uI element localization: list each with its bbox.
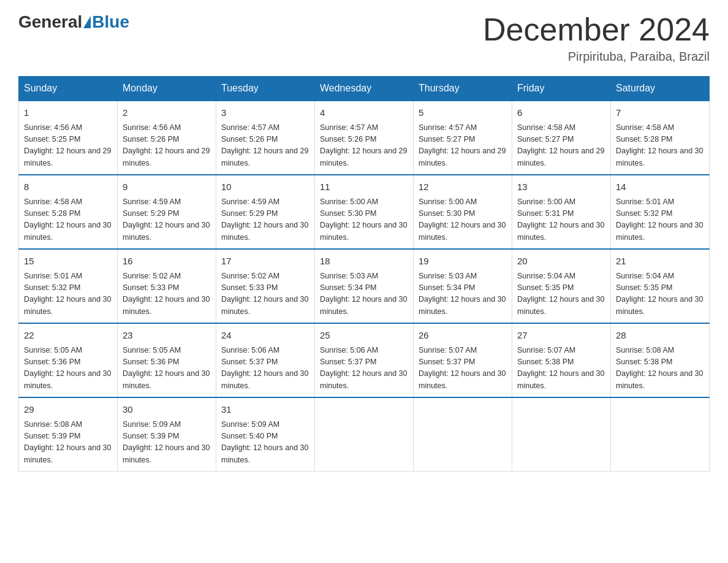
day-info: Sunrise: 5:03 AMSunset: 5:34 PMDaylight:… [320,270,408,318]
calendar-cell: 8 Sunrise: 4:58 AMSunset: 5:28 PMDayligh… [19,175,118,249]
calendar-cell: 12 Sunrise: 5:00 AMSunset: 5:30 PMDaylig… [414,175,512,249]
day-info: Sunrise: 4:58 AMSunset: 5:27 PMDaylight:… [517,122,605,170]
weekday-header-monday: Monday [118,77,216,101]
day-number: 28 [616,329,704,343]
day-number: 23 [123,329,211,343]
day-number: 26 [419,329,507,343]
day-number: 3 [221,106,309,120]
calendar-cell: 17 Sunrise: 5:02 AMSunset: 5:33 PMDaylig… [216,249,315,323]
day-info: Sunrise: 5:06 AMSunset: 5:37 PMDaylight:… [320,345,408,393]
day-number: 15 [24,255,112,269]
day-info: Sunrise: 5:03 AMSunset: 5:34 PMDaylight:… [419,270,507,318]
calendar-table: SundayMondayTuesdayWednesdayThursdayFrid… [18,76,710,472]
page-header: General Blue December 2024 Pirpirituba, … [18,12,710,64]
calendar-cell: 3 Sunrise: 4:57 AMSunset: 5:26 PMDayligh… [216,101,315,175]
day-info: Sunrise: 5:05 AMSunset: 5:36 PMDaylight:… [24,345,112,393]
day-number: 20 [517,255,605,269]
day-info: Sunrise: 5:08 AMSunset: 5:39 PMDaylight:… [24,419,112,467]
weekday-header-tuesday: Tuesday [216,77,315,101]
calendar-cell: 5 Sunrise: 4:57 AMSunset: 5:27 PMDayligh… [414,101,512,175]
calendar-week-4: 22 Sunrise: 5:05 AMSunset: 5:36 PMDaylig… [19,323,710,397]
logo: General Blue [18,12,129,32]
calendar-cell: 27 Sunrise: 5:07 AMSunset: 5:38 PMDaylig… [512,323,611,397]
calendar-cell: 29 Sunrise: 5:08 AMSunset: 5:39 PMDaylig… [19,397,118,472]
calendar-week-5: 29 Sunrise: 5:08 AMSunset: 5:39 PMDaylig… [19,397,710,472]
calendar-cell: 23 Sunrise: 5:05 AMSunset: 5:36 PMDaylig… [118,323,216,397]
day-number: 19 [419,255,507,269]
day-info: Sunrise: 5:00 AMSunset: 5:30 PMDaylight:… [320,196,408,244]
title-section: December 2024 Pirpirituba, Paraiba, Braz… [483,12,710,64]
day-number: 1 [24,106,112,120]
day-number: 4 [320,106,408,120]
calendar-cell: 2 Sunrise: 4:56 AMSunset: 5:26 PMDayligh… [118,101,216,175]
day-info: Sunrise: 5:05 AMSunset: 5:36 PMDaylight:… [123,345,211,393]
day-number: 2 [123,106,211,120]
calendar-cell: 31 Sunrise: 5:09 AMSunset: 5:40 PMDaylig… [216,397,315,472]
calendar-week-2: 8 Sunrise: 4:58 AMSunset: 5:28 PMDayligh… [19,175,710,249]
calendar-cell: 30 Sunrise: 5:09 AMSunset: 5:39 PMDaylig… [118,397,216,472]
day-info: Sunrise: 5:09 AMSunset: 5:39 PMDaylight:… [123,419,211,467]
calendar-cell [512,397,611,472]
day-info: Sunrise: 5:07 AMSunset: 5:38 PMDaylight:… [517,345,605,393]
day-number: 21 [616,255,704,269]
day-info: Sunrise: 4:57 AMSunset: 5:27 PMDaylight:… [419,122,507,170]
day-info: Sunrise: 4:58 AMSunset: 5:28 PMDaylight:… [616,122,704,170]
day-info: Sunrise: 5:02 AMSunset: 5:33 PMDaylight:… [123,270,211,318]
logo-blue-text: Blue [92,12,129,32]
logo-triangle-icon [83,16,91,28]
day-number: 17 [221,255,309,269]
day-number: 18 [320,255,408,269]
weekday-header-thursday: Thursday [414,77,512,101]
day-info: Sunrise: 4:56 AMSunset: 5:25 PMDaylight:… [24,122,112,170]
day-info: Sunrise: 4:57 AMSunset: 5:26 PMDaylight:… [221,122,309,170]
calendar-cell: 24 Sunrise: 5:06 AMSunset: 5:37 PMDaylig… [216,323,315,397]
day-number: 31 [221,403,309,417]
day-info: Sunrise: 4:58 AMSunset: 5:28 PMDaylight:… [24,196,112,244]
day-number: 7 [616,106,704,120]
calendar-cell: 6 Sunrise: 4:58 AMSunset: 5:27 PMDayligh… [512,101,611,175]
calendar-cell: 25 Sunrise: 5:06 AMSunset: 5:37 PMDaylig… [315,323,414,397]
calendar-cell: 16 Sunrise: 5:02 AMSunset: 5:33 PMDaylig… [118,249,216,323]
day-info: Sunrise: 5:00 AMSunset: 5:30 PMDaylight:… [419,196,507,244]
calendar-cell: 9 Sunrise: 4:59 AMSunset: 5:29 PMDayligh… [118,175,216,249]
day-info: Sunrise: 5:04 AMSunset: 5:35 PMDaylight:… [616,270,704,318]
calendar-cell: 19 Sunrise: 5:03 AMSunset: 5:34 PMDaylig… [414,249,512,323]
calendar-cell: 10 Sunrise: 4:59 AMSunset: 5:29 PMDaylig… [216,175,315,249]
calendar-week-1: 1 Sunrise: 4:56 AMSunset: 5:25 PMDayligh… [19,101,710,175]
day-number: 27 [517,329,605,343]
day-info: Sunrise: 5:06 AMSunset: 5:37 PMDaylight:… [221,345,309,393]
calendar-week-3: 15 Sunrise: 5:01 AMSunset: 5:32 PMDaylig… [19,249,710,323]
day-info: Sunrise: 5:02 AMSunset: 5:33 PMDaylight:… [221,270,309,318]
month-year-title: December 2024 [483,12,710,47]
calendar-cell: 22 Sunrise: 5:05 AMSunset: 5:36 PMDaylig… [19,323,118,397]
calendar-cell: 20 Sunrise: 5:04 AMSunset: 5:35 PMDaylig… [512,249,611,323]
day-number: 24 [221,329,309,343]
day-info: Sunrise: 5:00 AMSunset: 5:31 PMDaylight:… [517,196,605,244]
calendar-cell: 1 Sunrise: 4:56 AMSunset: 5:25 PMDayligh… [19,101,118,175]
day-number: 13 [517,180,605,194]
calendar-cell: 7 Sunrise: 4:58 AMSunset: 5:28 PMDayligh… [611,101,710,175]
day-number: 5 [419,106,507,120]
day-number: 6 [517,106,605,120]
day-info: Sunrise: 4:57 AMSunset: 5:26 PMDaylight:… [320,122,408,170]
day-info: Sunrise: 4:59 AMSunset: 5:29 PMDaylight:… [123,196,211,244]
calendar-cell: 13 Sunrise: 5:00 AMSunset: 5:31 PMDaylig… [512,175,611,249]
weekday-header-saturday: Saturday [611,77,710,101]
day-info: Sunrise: 5:07 AMSunset: 5:37 PMDaylight:… [419,345,507,393]
day-info: Sunrise: 5:01 AMSunset: 5:32 PMDaylight:… [24,270,112,318]
calendar-cell: 18 Sunrise: 5:03 AMSunset: 5:34 PMDaylig… [315,249,414,323]
day-number: 16 [123,255,211,269]
calendar-cell: 26 Sunrise: 5:07 AMSunset: 5:37 PMDaylig… [414,323,512,397]
day-number: 8 [24,180,112,194]
day-info: Sunrise: 4:59 AMSunset: 5:29 PMDaylight:… [221,196,309,244]
day-number: 25 [320,329,408,343]
day-number: 22 [24,329,112,343]
day-number: 14 [616,180,704,194]
day-number: 30 [123,403,211,417]
day-number: 29 [24,403,112,417]
day-number: 12 [419,180,507,194]
weekday-header-sunday: Sunday [19,77,118,101]
day-info: Sunrise: 5:08 AMSunset: 5:38 PMDaylight:… [616,345,704,393]
calendar-cell [315,397,414,472]
location-subtitle: Pirpirituba, Paraiba, Brazil [483,50,710,64]
